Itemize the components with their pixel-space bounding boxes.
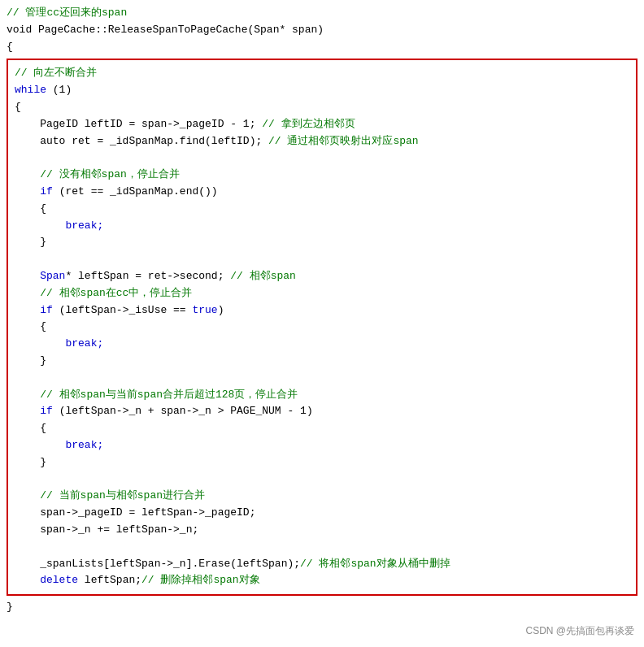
code-line-blank-2 [15, 251, 629, 268]
code-line-8: { [15, 201, 629, 218]
code-line-blank-4 [15, 471, 629, 489]
code-line-5: auto ret = _idSpanMap.find(leftID); // 通… [15, 133, 629, 150]
code-line-18: if (leftSpan->_n + span->_n > PAGE_NUM -… [15, 403, 629, 420]
comment-text: // 管理cc还回来的span [7, 7, 127, 19]
code-line-14: { [15, 319, 629, 336]
code-line-13: if (leftSpan->_isUse == true) [15, 302, 629, 319]
code-line-15: break; [15, 336, 629, 353]
code-line-22: // 当前span与相邻span进行合并 [15, 488, 629, 505]
code-line-7: if (ret == _idSpanMap.end()) [15, 184, 629, 201]
func-decl-text: void PageCache::ReleaseSpanToPageCache(S… [7, 24, 324, 36]
code-line-21: } [15, 454, 629, 471]
code-container: // 管理cc还回来的span void PageCache::ReleaseS… [0, 0, 644, 621]
code-line-3: { [15, 99, 629, 116]
outer-open-brace: { [0, 39, 644, 56]
code-line-20: break; [15, 437, 629, 454]
code-line-11: Span* leftSpan = ret->second; // 相邻span [15, 268, 629, 285]
code-line-19: { [15, 420, 629, 437]
code-line-25: _spanLists[leftSpan->_n].Erase(leftSpan)… [15, 556, 629, 573]
highlighted-code-block: // 向左不断合并 while (1) { PageID leftID = sp… [7, 59, 637, 596]
code-line-23: span->_pageID = leftSpan->_pageID; [15, 505, 629, 522]
code-line-4: PageID leftID = span->_pageID - 1; // 拿到… [15, 116, 629, 133]
code-line-6: // 没有相邻span，停止合并 [15, 167, 629, 184]
code-line-blank-3 [15, 370, 629, 387]
code-line-17: // 相邻span与当前span合并后超过128页，停止合并 [15, 387, 629, 404]
code-line-1: // 向左不断合并 [15, 65, 629, 82]
code-line-blank-5 [15, 539, 629, 556]
code-line-26: delete leftSpan;// 删除掉相邻span对象 [15, 572, 629, 589]
outer-close-brace: } [0, 599, 644, 616]
code-line-10: } [15, 234, 629, 251]
code-line-blank-1 [15, 150, 629, 167]
watermark: CSDN @先搞面包再谈爱 [525, 623, 634, 639]
func-decl-line: void PageCache::ReleaseSpanToPageCache(S… [0, 22, 644, 39]
code-line-24: span->_n += leftSpan->_n; [15, 522, 629, 539]
code-line-9: break; [15, 218, 629, 235]
code-line-12: // 相邻span在cc中，停止合并 [15, 285, 629, 302]
code-line-16: } [15, 353, 629, 370]
code-line-2: while (1) [15, 82, 629, 99]
top-comment-line: // 管理cc还回来的span [0, 5, 644, 22]
